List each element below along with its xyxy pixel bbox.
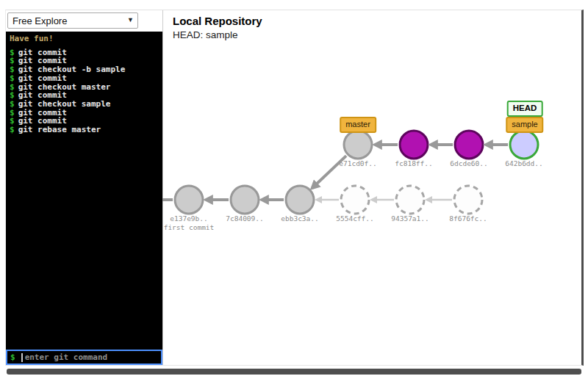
commit-node [400, 131, 428, 159]
commit-node [286, 186, 314, 214]
prompt-symbol: $ [10, 352, 15, 362]
commit-node [341, 186, 369, 214]
commit-id-label: 8f676fc.. [449, 214, 487, 223]
branch-tag-sample: sample [506, 117, 543, 133]
commit-node [454, 186, 482, 214]
commit-node [396, 186, 424, 214]
git-command-input[interactable] [25, 352, 158, 362]
branch-tag-master: master [340, 117, 376, 133]
commit-node [175, 186, 203, 214]
terminal-output: Have fun! $git commit$git commit$git che… [6, 32, 162, 350]
commit-edge-arrow [312, 156, 346, 188]
commit-id-label: 5554cff.. [336, 214, 373, 223]
head-status: HEAD: sample [173, 29, 262, 40]
commit-id-label: 94357a1.. [391, 214, 429, 223]
commit-node [231, 186, 259, 214]
app-window: Free Explore ▼ Have fun! $git commit$git… [5, 10, 584, 366]
commit-message-label: first commit [164, 223, 215, 231]
commit-id-label: ebb3c3a.. [281, 214, 318, 223]
commit-node [510, 131, 538, 159]
commit-id-label: 7c84009.. [226, 214, 263, 223]
commit-id-label: e71cd0f.. [339, 159, 376, 167]
prompt-symbol: $ [10, 99, 15, 109]
page-title: Local Repository [173, 15, 262, 27]
terminal-line: $git rebase master [10, 126, 159, 134]
scenario-row: Free Explore ▼ [6, 10, 162, 32]
commit-edges [162, 145, 508, 200]
window-shadow [7, 369, 581, 375]
scenario-select[interactable]: Free Explore [7, 12, 138, 29]
repo-header: Local Repository HEAD: sample [173, 15, 262, 40]
terminal-welcome: Have fun! [10, 35, 159, 43]
commit-id-label: fc818ff.. [395, 159, 432, 167]
control-panel: Free Explore ▼ Have fun! $git commit$git… [6, 10, 163, 365]
text-cursor [21, 353, 23, 362]
commit-id-label: e137e9b.. [170, 214, 207, 223]
terminal-command: git rebase master [18, 125, 101, 134]
head-tag: HEAD [507, 101, 543, 117]
commit-id-label: 6dcde60.. [450, 159, 487, 167]
commit-nodes: e71cd0f..fc818ff..6dcde60..642b6dd..e137… [164, 131, 543, 231]
commit-node [455, 131, 483, 159]
scenario-select-wrap: Free Explore ▼ [7, 12, 138, 29]
prompt-symbol: $ [10, 125, 15, 134]
commit-id-label: 642b6dd.. [505, 159, 542, 167]
command-input-row: $ [6, 350, 162, 365]
commit-node [344, 131, 372, 159]
prompt-symbol: $ [10, 73, 15, 83]
